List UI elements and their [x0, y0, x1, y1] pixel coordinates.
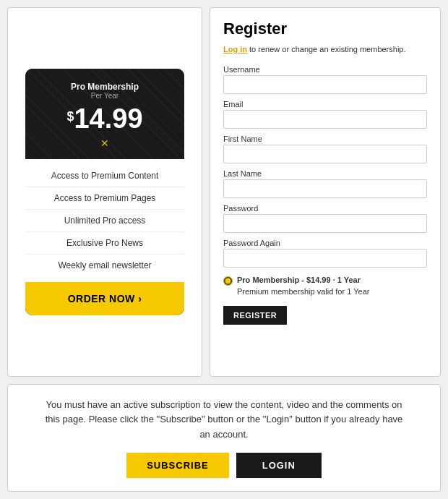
feature-item: Access to Premium Content	[25, 165, 184, 187]
order-now-label: Order Now ›	[68, 293, 142, 304]
subscription-notice-panel: You must have an active subscription to …	[7, 384, 441, 492]
password-again-label: Password Again	[223, 239, 427, 247]
login-button[interactable]: Login	[236, 453, 322, 478]
card-price: $14.99	[35, 104, 174, 135]
username-group: Username	[223, 65, 427, 94]
card-header: Pro Membership Per Year $14.99 ✕	[25, 69, 184, 159]
membership-card: Pro Membership Per Year $14.99 ✕ Access …	[25, 69, 184, 315]
username-input[interactable]	[223, 75, 427, 94]
membership-card-panel: Pro Membership Per Year $14.99 ✕ Access …	[7, 7, 202, 377]
register-button[interactable]: Register	[223, 306, 287, 325]
password-label: Password	[223, 204, 427, 213]
lastname-group: Last Name	[223, 169, 427, 198]
login-link[interactable]: Log in	[223, 45, 247, 54]
membership-option-text: Pro Membership - $14.99 · 1 Year Premium…	[237, 275, 369, 297]
password-group: Password	[223, 204, 427, 233]
feature-item: Exclusive Pro News	[25, 232, 184, 255]
password-again-input[interactable]	[223, 249, 427, 268]
firstname-input[interactable]	[223, 145, 427, 163]
membership-radio[interactable]	[223, 276, 233, 286]
subscribe-button[interactable]: Subscribe	[126, 453, 229, 478]
email-input[interactable]	[223, 110, 427, 129]
membership-option-subtitle: Premium membership valid for 1 Year	[237, 286, 369, 297]
email-group: Email	[223, 100, 427, 129]
firstname-label: First Name	[223, 135, 427, 143]
register-title: Register	[223, 20, 427, 38]
price-x-icon: ✕	[35, 137, 174, 149]
password-again-group: Password Again	[223, 239, 427, 268]
bottom-buttons: Subscribe Login	[126, 453, 322, 478]
feature-item: Access to Premium Pages	[25, 187, 184, 210]
card-title: Pro Membership	[35, 82, 174, 92]
register-panel: Register Log in to renew or change an ex…	[210, 7, 441, 377]
username-label: Username	[223, 65, 427, 74]
membership-option: Pro Membership - $14.99 · 1 Year Premium…	[223, 275, 427, 297]
subscription-notice-text: You must have an active subscription to …	[43, 398, 405, 443]
email-label: Email	[223, 100, 427, 108]
login-prompt: Log in to renew or change an existing me…	[223, 44, 427, 55]
membership-option-title: Pro Membership - $14.99 · 1 Year	[237, 275, 369, 286]
price-dollar: $	[66, 110, 74, 124]
feature-item: Weekly email newsletter	[25, 255, 184, 276]
lastname-label: Last Name	[223, 169, 427, 178]
login-prompt-text: to renew or change an existing membershi…	[249, 45, 405, 54]
card-subtitle: Per Year	[35, 92, 174, 100]
firstname-group: First Name	[223, 135, 427, 163]
card-features-list: Access to Premium Content Access to Prem…	[25, 159, 184, 282]
lastname-input[interactable]	[223, 179, 427, 198]
password-input[interactable]	[223, 214, 427, 233]
order-now-button[interactable]: Order Now ›	[25, 282, 184, 315]
feature-item: Unlimited Pro access	[25, 210, 184, 232]
price-amount: 14.99	[74, 103, 142, 134]
